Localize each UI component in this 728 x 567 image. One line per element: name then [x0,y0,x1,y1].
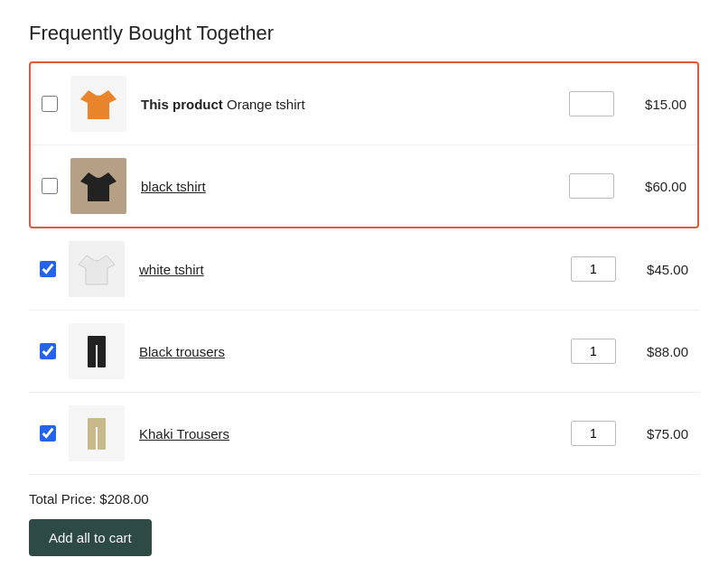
page-title: Frequently Bought Together [29,22,699,45]
svg-rect-5 [98,426,106,450]
product-checkbox-khaki-trousers[interactable] [40,425,56,442]
product-link-white-tshirt[interactable]: white tshirt [139,262,204,277]
svg-rect-1 [88,344,96,367]
qty-input-black-tshirt[interactable] [569,173,614,199]
table-row: Khaki Trousers $75.00 [29,393,699,475]
product-price-black-tshirt: $60.00 [629,179,686,194]
svg-rect-0 [88,336,106,345]
table-row: This product Orange tshirt $15.00 [31,63,697,145]
non-highlighted-group: white tshirt $45.00 Black trousers $88.0… [29,228,699,475]
qty-input-orange-tshirt[interactable] [569,91,614,116]
product-name-black-trousers: Black trousers [139,344,571,359]
total-price: Total Price: $208.00 [29,491,699,507]
product-name-black-tshirt: black tshirt [141,179,569,194]
product-link-khaki-trousers[interactable]: Khaki Trousers [139,426,229,442]
product-name-white-tshirt: white tshirt [139,262,571,277]
product-checkbox-white-tshirt[interactable] [40,261,56,277]
product-image-black-tshirt [70,158,126,214]
qty-input-khaki-trousers[interactable] [571,421,616,446]
product-name-khaki-trousers: Khaki Trousers [139,426,571,442]
add-to-cart-button[interactable]: Add all to cart [29,519,152,556]
product-name-orange: Orange tshirt [227,97,305,112]
qty-input-black-trousers[interactable] [571,339,616,364]
qty-input-white-tshirt[interactable] [571,256,616,282]
product-checkbox-black-tshirt[interactable] [42,178,58,194]
product-price-black-trousers: $88.00 [630,344,688,359]
svg-rect-3 [88,418,106,427]
svg-rect-4 [88,426,96,450]
product-price-khaki-trousers: $75.00 [630,426,688,442]
product-checkbox-orange-tshirt[interactable] [42,96,58,112]
table-row: white tshirt $45.00 [29,228,699,311]
product-image-white-tshirt [69,241,125,297]
table-row: Black trousers $88.00 [29,311,699,393]
product-image-black-trousers [69,323,125,379]
table-row: black tshirt $60.00 [31,145,697,227]
product-link-black-trousers[interactable]: Black trousers [139,344,225,359]
product-image-orange-tshirt [70,76,126,132]
highlighted-group: This product Orange tshirt $15.00 black … [29,61,699,228]
product-list: This product Orange tshirt $15.00 black … [29,61,699,475]
product-price-white-tshirt: $45.00 [630,262,688,277]
product-price-orange-tshirt: $15.00 [629,97,686,112]
product-image-khaki-trousers [69,405,125,461]
product-name-orange-tshirt: This product Orange tshirt [141,97,569,112]
svg-rect-2 [98,344,106,367]
product-checkbox-black-trousers[interactable] [40,343,56,359]
this-product-label: This product [141,97,223,112]
product-link-black-tshirt[interactable]: black tshirt [141,179,206,194]
